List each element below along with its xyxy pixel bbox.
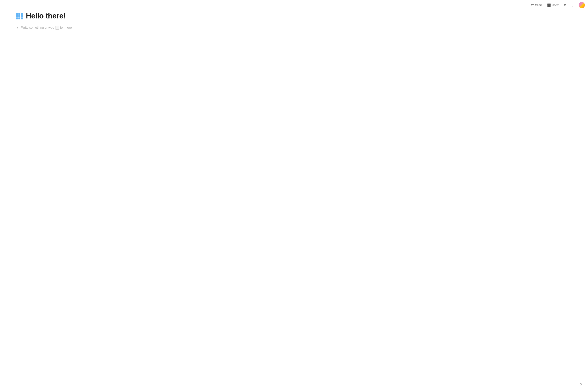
slash-key-badge: / — [55, 26, 59, 30]
page-type-icon — [16, 12, 23, 20]
placeholder-after-slash: for more — [60, 26, 72, 30]
page-title[interactable]: Hello there! — [26, 12, 66, 20]
share-label: Share — [535, 4, 543, 7]
placeholder-text: Write something or type / for more — [21, 26, 72, 30]
toolbar: Share Insert ⚙ — [526, 0, 588, 10]
avatar[interactable] — [579, 2, 585, 8]
grid-cell-6 — [21, 15, 23, 17]
help-button[interactable]: ? — [578, 382, 584, 388]
settings-icon: ⚙ — [563, 3, 567, 7]
grid-cell-1 — [16, 13, 18, 15]
grid-cell-9 — [21, 18, 23, 20]
placeholder-before-slash: Write something or type — [21, 26, 54, 30]
grid-cell-5 — [18, 15, 20, 17]
page-title-row: Hello there! — [16, 12, 161, 20]
svg-rect-0 — [531, 4, 534, 6]
grid-cell-4 — [16, 15, 18, 17]
insert-button[interactable]: Insert — [545, 2, 561, 8]
help-icon: ? — [580, 382, 582, 387]
settings-button[interactable]: ⚙ — [561, 2, 569, 8]
insert-label: Insert — [552, 4, 559, 7]
main-content: Hello there! + Write something or type /… — [0, 0, 176, 38]
grid-cell-2 — [18, 13, 20, 15]
grid-cell-3 — [21, 13, 23, 15]
grid-icon — [16, 13, 23, 20]
comment-button[interactable] — [570, 2, 577, 8]
insert-icon — [547, 3, 551, 7]
share-button[interactable]: Share — [529, 2, 545, 8]
share-icon — [531, 3, 534, 7]
comment-icon — [572, 3, 575, 7]
avatar-image — [579, 2, 585, 8]
grid-cell-8 — [18, 18, 20, 20]
content-placeholder-row[interactable]: + Write something or type / for more — [16, 25, 161, 30]
add-content-icon: + — [16, 26, 19, 30]
grid-cell-7 — [16, 18, 18, 20]
